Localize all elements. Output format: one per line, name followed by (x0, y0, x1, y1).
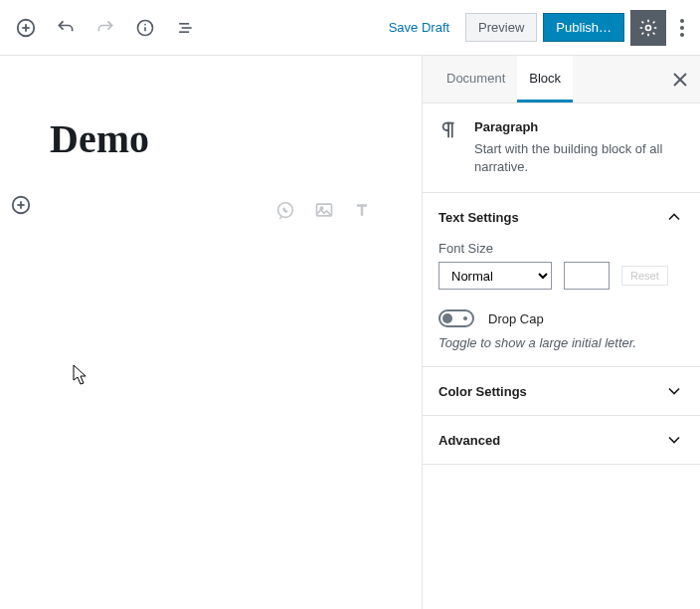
image-icon[interactable] (314, 200, 334, 225)
plus-circle-icon (10, 194, 32, 216)
block-suggestion-icons (274, 200, 372, 225)
chevron-down-icon (664, 430, 684, 450)
block-title: Paragraph (474, 119, 684, 134)
svg-point-5 (144, 23, 146, 25)
settings-sidebar: Document Block Paragraph Start with the … (422, 56, 700, 609)
advanced-panel: Advanced (423, 416, 700, 465)
text-settings-toggle[interactable]: Text Settings (423, 193, 700, 241)
toggle-knob (442, 313, 452, 323)
paragraph-icon (438, 119, 460, 176)
chevron-up-icon (664, 207, 684, 227)
text-settings-panel: Text Settings Font Size Normal Reset (423, 193, 700, 367)
advanced-toggle[interactable]: Advanced (423, 416, 700, 464)
post-title[interactable]: Demo (50, 115, 372, 162)
empty-paragraph-block[interactable] (50, 192, 372, 232)
sidebar-close-button[interactable] (660, 56, 700, 102)
redo-icon (95, 18, 115, 38)
info-icon (135, 18, 155, 38)
color-settings-toggle[interactable]: Color Settings (423, 367, 700, 415)
drop-cap-toggle[interactable] (438, 309, 474, 327)
top-toolbar: Save Draft Preview Publish… (0, 0, 700, 56)
outline-icon (175, 18, 195, 38)
tab-document[interactable]: Document (435, 56, 517, 102)
sidebar-tabs: Document Block (423, 56, 700, 103)
font-size-label: Font Size (438, 241, 684, 256)
tab-block[interactable]: Block (517, 56, 573, 102)
font-size-select[interactable]: Normal (438, 262, 552, 290)
more-options-button[interactable] (672, 10, 692, 46)
main-area: Demo Document Block (0, 56, 700, 609)
chevron-down-icon (664, 381, 684, 401)
font-size-reset-button[interactable]: Reset (621, 266, 668, 286)
heading-icon[interactable] (352, 200, 372, 225)
mouse-cursor-icon (73, 364, 88, 386)
toolbar-right: Save Draft Preview Publish… (379, 10, 692, 46)
editor-canvas[interactable]: Demo (0, 56, 422, 609)
block-info-panel: Paragraph Start with the building block … (423, 103, 700, 193)
svg-point-12 (680, 33, 684, 37)
color-settings-panel: Color Settings (423, 367, 700, 416)
svg-point-11 (680, 26, 684, 30)
settings-button[interactable] (630, 10, 666, 46)
drop-cap-label: Drop Cap (488, 311, 544, 326)
inline-add-button[interactable] (10, 194, 32, 219)
block-description: Start with the building block of all nar… (474, 140, 684, 176)
add-block-button[interactable] (8, 10, 44, 46)
gear-icon (638, 18, 658, 38)
panel-title: Advanced (438, 433, 500, 448)
save-draft-button[interactable]: Save Draft (379, 14, 459, 41)
undo-icon (56, 18, 76, 38)
info-button[interactable] (127, 10, 163, 46)
vertical-dots-icon (680, 19, 684, 37)
drop-cap-hint: Toggle to show a large initial letter. (438, 335, 684, 350)
svg-point-9 (646, 25, 651, 30)
undo-button[interactable] (48, 10, 84, 46)
preview-button[interactable]: Preview (465, 13, 537, 42)
close-icon (673, 73, 687, 87)
panel-title: Text Settings (438, 210, 519, 225)
publish-button[interactable]: Publish… (543, 13, 624, 42)
redo-button[interactable] (88, 10, 123, 46)
svg-point-10 (680, 19, 684, 23)
plus-circle-icon (15, 17, 37, 39)
whatsapp-icon[interactable] (274, 200, 296, 225)
panel-title: Color Settings (438, 384, 527, 399)
outline-button[interactable] (167, 10, 203, 46)
font-size-input[interactable] (564, 262, 610, 290)
toolbar-left (8, 10, 203, 46)
toggle-dot (463, 316, 467, 320)
